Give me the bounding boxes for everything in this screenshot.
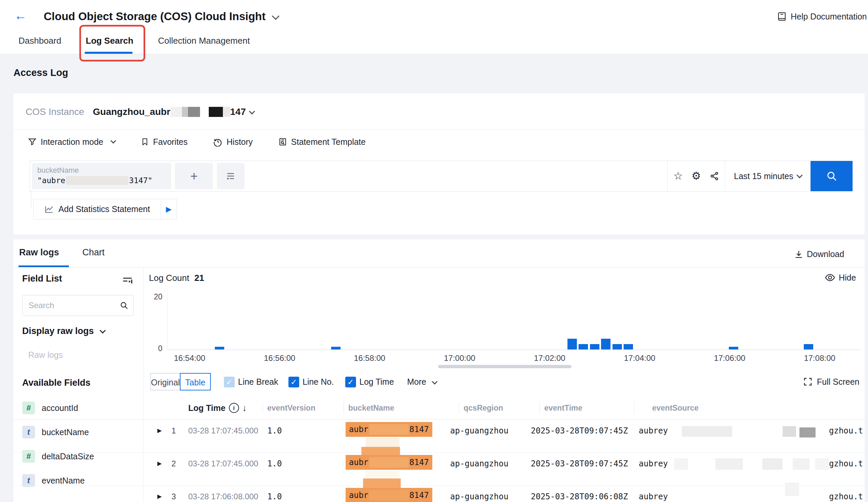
help-documentation-link[interactable]: Help Documentation <box>777 11 867 21</box>
cell-event-source: aubrey <box>639 458 668 470</box>
history-button[interactable]: History <box>213 137 253 147</box>
field-search-input[interactable] <box>28 295 117 315</box>
results-card: Raw logs Chart Download Field List Displ… <box>13 239 865 502</box>
horizontal-scrollbar-thumb[interactable] <box>438 365 571 368</box>
x-axis-tick-label: 17:06:00 <box>714 354 745 363</box>
tab-log-search[interactable]: Log Search <box>86 35 133 46</box>
column-header-bucketName[interactable]: bucketName <box>348 397 394 419</box>
cell-log-time: 03-28 17:06:08.000 <box>188 491 258 502</box>
y-axis-tick-label: 0 <box>146 344 162 353</box>
favorite-star-icon[interactable]: ☆ <box>673 170 683 182</box>
x-axis-tick-label: 16:56:00 <box>264 354 295 363</box>
column-header-log-time[interactable]: Log Time i ↓ <box>188 397 247 419</box>
raw-logs-item[interactable]: Raw logs <box>28 350 63 360</box>
row-number: 1 <box>172 425 176 437</box>
info-icon[interactable]: i <box>229 403 239 413</box>
cell-bucket-name: aubr 8147 <box>345 455 432 470</box>
column-header-eventTime[interactable]: eventTime <box>544 397 582 419</box>
row-expander-icon[interactable]: ▶ <box>157 491 162 502</box>
bucket-suffix: 8147 <box>410 458 429 467</box>
full-screen-button[interactable]: Full Screen <box>803 372 859 391</box>
search-icon <box>826 170 838 182</box>
histogram-bar[interactable] <box>601 339 610 349</box>
cell-event-version: 1.0 <box>267 491 282 502</box>
x-axis-tick-label: 17:04:00 <box>624 354 655 363</box>
cell-event-source: aubrey <box>639 491 668 502</box>
hide-chart-button[interactable]: Hide <box>825 272 856 283</box>
cell-bucket-name: aubr 8147 <box>345 488 432 502</box>
tab-dashboard[interactable]: Dashboard <box>19 35 61 46</box>
row-expander-icon[interactable]: ▶ <box>157 425 162 437</box>
histogram-bar[interactable] <box>590 344 599 349</box>
view-toggle-table[interactable]: Table <box>180 373 211 390</box>
redaction-block <box>209 107 223 117</box>
histogram-bar[interactable] <box>579 344 588 349</box>
line-no-checkbox[interactable]: ✓ <box>288 377 299 387</box>
line-break-checkbox[interactable]: ✓ <box>224 377 235 387</box>
statement-template-button[interactable]: Statement Template <box>278 137 366 147</box>
histogram-bar[interactable] <box>215 347 224 349</box>
histogram-bar[interactable] <box>729 347 738 349</box>
redaction-block <box>170 107 182 117</box>
cell-qcs-region: ap-guangzhou <box>450 491 508 502</box>
query-condition-chip[interactable]: bucketName "aubre 3147" <box>32 163 171 189</box>
title-chevron-down-icon[interactable] <box>269 15 278 21</box>
query-action-icons: ☆ ⚙ <box>667 161 725 191</box>
redaction-block <box>783 426 796 437</box>
histogram-bar[interactable] <box>567 339 577 349</box>
x-axis-tick-label: 17:02:00 <box>534 354 565 363</box>
cos-instance-row: COS Instance Guangzhou_aubr 147 <box>25 104 254 120</box>
row-expander-icon[interactable]: ▶ <box>157 458 162 470</box>
cell-event-source-tail: gzhou.t <box>829 458 863 470</box>
add-statistics-statement: Add Statistics Statement ▶ <box>33 199 177 219</box>
query-value-suffix: 3147" <box>129 175 152 186</box>
bucket-prefix: aubr <box>349 491 369 500</box>
connector-line <box>31 191 31 209</box>
add-condition-button[interactable]: + <box>175 163 213 189</box>
histogram-bar[interactable] <box>331 347 341 349</box>
redaction-block <box>369 424 409 435</box>
cell-log-time: 03-28 17:07:45.000 <box>188 425 258 437</box>
tab-collection-management[interactable]: Collection Management <box>158 35 250 46</box>
cos-instance-selector[interactable]: Guangzhou_aubr 147 <box>93 106 254 117</box>
cell-event-time: 2025-03-28T09:07:45Z <box>531 458 628 470</box>
view-toggle-original[interactable]: Original <box>150 373 180 390</box>
share-icon[interactable] <box>710 171 719 181</box>
column-header-qcsRegion[interactable]: qcsRegion <box>464 397 503 419</box>
sort-desc-icon[interactable]: ↓ <box>242 397 247 419</box>
more-dropdown[interactable]: More <box>407 372 437 391</box>
log-time-checkbox[interactable]: ✓ <box>345 377 356 387</box>
redaction-block <box>200 107 209 117</box>
search-icon <box>119 301 129 310</box>
gear-icon[interactable]: ⚙ <box>692 170 701 182</box>
query-builder-bar: bucketName "aubre 3147" + ☆ ⚙ <box>30 160 853 191</box>
table-row: ▶ 3 03-28 17:06:08.000 1.0 aubr 8147 ap-… <box>13 485 865 502</box>
column-header-eventVersion[interactable]: eventVersion <box>267 397 315 419</box>
x-axis-tick-label: 17:00:00 <box>444 354 475 363</box>
log-count-label: Log Count <box>149 273 189 283</box>
redaction-block <box>223 107 230 117</box>
column-header-eventSource[interactable]: eventSource <box>652 397 699 419</box>
download-button[interactable]: Download <box>794 249 844 259</box>
display-raw-logs-toggle[interactable]: Display raw logs <box>22 326 105 336</box>
back-arrow-icon[interactable]: ← <box>14 9 27 22</box>
condition-list-icon[interactable] <box>217 163 245 189</box>
histogram-bar[interactable] <box>804 344 813 349</box>
cell-event-time: 2025-03-28T09:06:08Z <box>531 491 628 502</box>
run-statement-play-icon[interactable]: ▶ <box>161 199 176 219</box>
search-button[interactable] <box>810 161 852 191</box>
interaction-mode-button[interactable]: Interaction mode <box>28 137 115 147</box>
row-number: 3 <box>172 491 176 502</box>
table-row: ▶ 1 03-28 17:07:45.000 1.0 aubr 8147 ap-… <box>13 419 865 453</box>
interaction-mode-label: Interaction mode <box>41 137 103 147</box>
time-range-selector[interactable]: Last 15 minutes <box>725 161 810 191</box>
download-label: Download <box>807 249 844 259</box>
histogram-bar[interactable] <box>612 344 622 349</box>
histogram-bar[interactable] <box>623 344 633 349</box>
collapse-panel-icon[interactable] <box>122 275 133 286</box>
tab-chart[interactable]: Chart <box>82 247 105 258</box>
add-statistics-statement-button[interactable]: Add Statistics Statement <box>34 204 161 214</box>
tab-raw-logs[interactable]: Raw logs <box>19 247 59 258</box>
favorites-button[interactable]: Favorites <box>141 137 188 147</box>
bucket-prefix: aubr <box>349 458 369 467</box>
